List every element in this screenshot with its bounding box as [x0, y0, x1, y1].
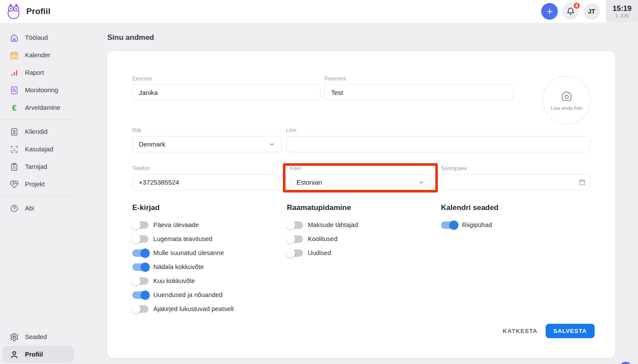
toggle-label: Kuu kokkuvõte: [153, 277, 195, 284]
scan-face-icon: [10, 145, 19, 154]
toggle-row: Päeva ülevaade: [132, 218, 283, 232]
add-button[interactable]: [541, 3, 558, 20]
toggle-kuu-kokkuvote[interactable]: [132, 277, 148, 285]
toggle-row: Uuendused ja nõuanded: [132, 288, 283, 302]
sidebar-item-kliendid[interactable]: Kliendid: [0, 123, 77, 140]
field-perenimi: Perenimi: [324, 76, 513, 101]
toggle-label: Päeva ülevaade: [153, 221, 199, 228]
toggle-label: Ajakirjed lukustuvad peatselt: [153, 305, 234, 312]
toggle-label: Mulle suunatud ülesanne: [153, 249, 224, 256]
field-linn: Linn: [286, 127, 590, 152]
sidebar-item-monitooring[interactable]: Monitooring: [0, 81, 77, 99]
sidebar-label: Kalender: [25, 52, 50, 59]
save-button[interactable]: SALVESTA: [546, 324, 595, 338]
toggle-label: Maksude tähtajad: [308, 221, 358, 228]
riik-select[interactable]: Denmark: [132, 136, 282, 152]
toggle-row: Uudised: [287, 246, 438, 260]
sidebar-label: Töölaud: [25, 34, 48, 41]
toggle-riigipuhad[interactable]: [441, 221, 457, 229]
avatar-initials: JT: [588, 8, 595, 15]
euro-icon: €: [10, 103, 19, 112]
toggle-nadala-kokkuvote[interactable]: [132, 263, 148, 271]
toggle-ajakirjed[interactable]: [132, 305, 148, 313]
heart-handshake-icon: [10, 180, 19, 189]
toggle-lugemata-teavitused[interactable]: [132, 235, 148, 243]
field-eesnimi: Eesnimi: [132, 76, 321, 101]
header-actions: 4 JT 15:19 1. JUN: [541, 0, 638, 23]
toggle-maksude-tahtajad[interactable]: [287, 221, 303, 229]
toggle-uuendused-ja-nouanded[interactable]: [132, 291, 148, 299]
sidebar-item-kasutajad[interactable]: Kasutajad: [0, 140, 77, 158]
keel-select[interactable]: Estonian: [290, 174, 431, 190]
section-raamatupidamine: Raamatupidamine Maksude tähtajad Koolitu…: [287, 203, 438, 260]
toggle-paeva-ulevaade[interactable]: [132, 221, 148, 229]
sidebar-divider: [0, 196, 77, 196]
camera-icon: [560, 90, 573, 103]
linn-label: Linn: [286, 127, 590, 133]
toggle-row: Nädala kokkuvõte: [132, 260, 283, 274]
toggle-row: Mulle suunatud ülesanne: [132, 246, 283, 260]
toggle-label: Nädala kokkuvõte: [153, 263, 204, 270]
telefon-input[interactable]: [132, 174, 280, 190]
cancel-button[interactable]: KATKESTA: [503, 328, 538, 334]
photo-upload-label: Lisa enda foto: [551, 105, 582, 111]
keel-label: Keel: [290, 165, 431, 172]
sidebar-item-raport[interactable]: Raport: [0, 64, 77, 81]
profile-card: Eesnimi Perenimi Lisa enda foto Riik Den…: [107, 51, 615, 358]
section-ekirjad: E-kirjad Päeva ülevaade Lugemata teavitu…: [132, 203, 283, 316]
field-keel: Keel Estonian: [290, 165, 431, 190]
riik-value: Denmark: [139, 140, 166, 148]
sidebar-item-kalender[interactable]: Kalender: [0, 46, 77, 64]
sidebar-item-projekt[interactable]: Projekt: [0, 175, 77, 193]
clock-time: 15:19: [613, 4, 631, 13]
user-icon: [10, 350, 19, 359]
section-kalendri-seaded: Kalendri seaded Riigipühad: [441, 203, 592, 232]
sidebar-divider: [0, 119, 77, 120]
top-header: Profiil 4 JT 15:19 1. JUN: [0, 0, 638, 23]
brand: Profiil: [0, 3, 50, 20]
toggle-row: Maksude tähtajad: [287, 218, 438, 232]
toggle-mulle-suunatud-ulesanne[interactable]: [132, 249, 148, 257]
eesnimi-input[interactable]: [132, 84, 321, 101]
sidebar-label: Arveldamine: [25, 104, 60, 111]
sidebar-item-seaded[interactable]: Seaded: [0, 328, 77, 346]
field-telefon: Telefon: [132, 165, 280, 190]
sidebar-item-toolaud[interactable]: Töölaud: [0, 29, 77, 46]
chevron-down-icon: [269, 141, 275, 147]
toggle-koolitused[interactable]: [287, 235, 303, 243]
toggle-label: Uuendused ja nõuanded: [153, 291, 222, 298]
linn-input[interactable]: [286, 136, 590, 152]
calendar-small-icon[interactable]: [578, 178, 586, 186]
notifications-button[interactable]: 4: [562, 3, 579, 20]
file-search-icon: [10, 86, 19, 95]
toggle-row: Lugemata teavitused: [132, 232, 283, 246]
bar-chart-icon: [10, 68, 19, 77]
ekirjad-title: E-kirjad: [132, 203, 283, 212]
sidebar-label: Tarnijad: [25, 163, 47, 170]
field-riik: Riik Denmark: [132, 127, 282, 152]
sidebar-item-abi[interactable]: Abi: [0, 200, 77, 217]
gear-icon: [10, 332, 19, 342]
sidebar-label: Kasutajad: [25, 146, 53, 153]
calendar-icon: [10, 51, 19, 60]
eesnimi-label: Eesnimi: [132, 76, 321, 82]
sunnipaev-input[interactable]: [441, 174, 591, 190]
sidebar-label: Profiil: [25, 351, 43, 358]
sidebar-nav: Töölaud Kalender Raport: [0, 23, 77, 364]
sidebar-label: Seaded: [25, 333, 47, 340]
sidebar-item-profiil[interactable]: Profiil: [3, 346, 74, 363]
toggle-label: Uudised: [308, 249, 331, 256]
page-title: Sinu andmed: [107, 33, 154, 42]
sidebar-label: Kliendid: [25, 128, 48, 135]
toggle-label: Lugemata teavitused: [153, 235, 212, 242]
perenimi-input[interactable]: [324, 84, 513, 101]
photo-upload[interactable]: Lisa enda foto: [543, 76, 591, 124]
sidebar-item-tarnijad[interactable]: Tarnijad: [0, 158, 77, 175]
sidebar-label: Abi: [25, 205, 34, 212]
toggle-uudised[interactable]: [287, 249, 303, 257]
user-avatar[interactable]: JT: [583, 3, 600, 20]
toggle-row: Kuu kokkuvõte: [132, 274, 283, 288]
home-icon: [10, 33, 19, 42]
sidebar-item-arveldamine[interactable]: € Arveldamine: [0, 99, 77, 116]
sunnipaev-label: Sünnipäev: [441, 165, 591, 172]
